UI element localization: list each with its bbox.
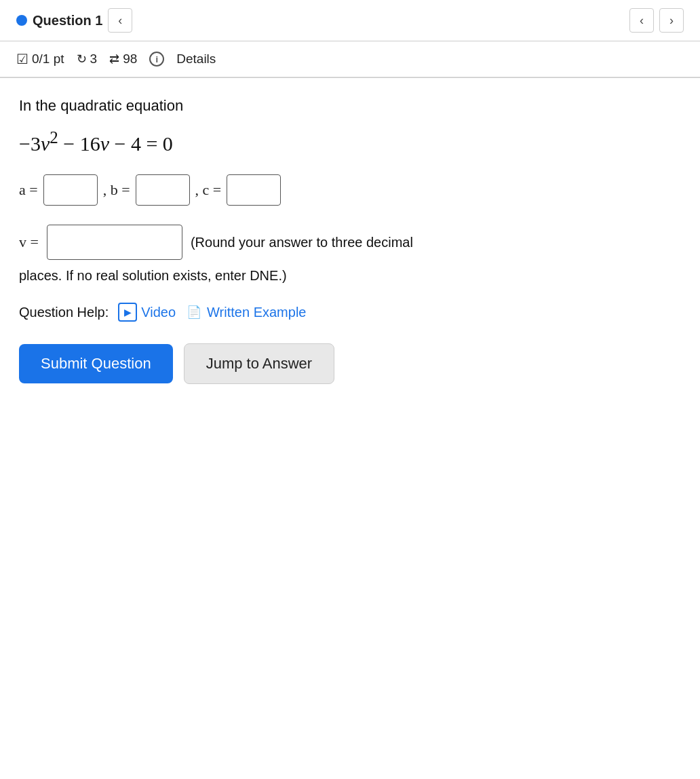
equation-display: −3v2 − 16v − 4 = 0: [19, 128, 681, 155]
submit-question-button[interactable]: Submit Question: [19, 344, 173, 383]
top-bar-left: Question 1 ‹: [16, 8, 132, 33]
v-input-row: v = (Round your answer to three decimal: [19, 225, 681, 260]
undo-icon: ↻: [77, 52, 87, 66]
b-label: , b =: [103, 181, 130, 199]
abc-input-row: a = , b = , c =: [19, 174, 681, 206]
next-arrow-button[interactable]: ›: [659, 8, 684, 33]
question-intro: In the quadratic equation: [19, 97, 681, 115]
video-icon: ▶: [118, 303, 137, 322]
c-label: , c =: [195, 181, 222, 199]
question-label: Question 1: [33, 13, 102, 28]
c-input[interactable]: [227, 174, 281, 206]
check-icon: ☑: [16, 51, 28, 67]
button-row: Submit Question Jump to Answer: [19, 343, 681, 384]
a-label: a =: [19, 181, 38, 199]
question-dot: [16, 15, 27, 26]
round-text: (Round your answer to three decimal: [191, 235, 413, 250]
equation-text: −3v2 − 16v − 4 = 0: [19, 128, 173, 155]
details-link[interactable]: Details: [176, 52, 216, 66]
help-label: Question Help:: [19, 305, 109, 320]
main-content: In the quadratic equation −3v2 − 16v − 4…: [0, 78, 700, 411]
v-label: v =: [19, 233, 39, 251]
help-row: Question Help: ▶ Video 📄 Written Example: [19, 303, 681, 322]
written-example-link[interactable]: 📄 Written Example: [185, 303, 306, 321]
score-item: ☑ 0/1 pt: [16, 51, 64, 67]
document-icon: 📄: [185, 303, 203, 321]
score-label: 0/1 pt: [32, 52, 64, 66]
v-input[interactable]: [47, 225, 182, 260]
video-link[interactable]: ▶ Video: [118, 303, 176, 322]
nav-arrows: ‹ ›: [629, 8, 684, 33]
undo-count: 3: [90, 52, 98, 66]
refresh-icon: ⇄: [109, 52, 119, 66]
video-label: Video: [141, 305, 176, 320]
info-icon[interactable]: i: [149, 52, 164, 66]
prev-arrow-button[interactable]: ‹: [108, 8, 132, 33]
prev-arrow-button2[interactable]: ‹: [629, 8, 654, 33]
undo-item[interactable]: ↻ 3: [77, 52, 98, 66]
a-input[interactable]: [43, 174, 98, 206]
refresh-count: 98: [123, 52, 137, 66]
places-text: places. If no real solution exists, ente…: [19, 268, 681, 284]
meta-bar: ☑ 0/1 pt ↻ 3 ⇄ 98 i Details: [0, 41, 700, 77]
written-example-label: Written Example: [207, 305, 306, 320]
top-bar: Question 1 ‹ ‹ ›: [0, 0, 700, 41]
jump-to-answer-button[interactable]: Jump to Answer: [184, 343, 335, 384]
b-input[interactable]: [136, 174, 190, 206]
refresh-item[interactable]: ⇄ 98: [109, 52, 137, 66]
